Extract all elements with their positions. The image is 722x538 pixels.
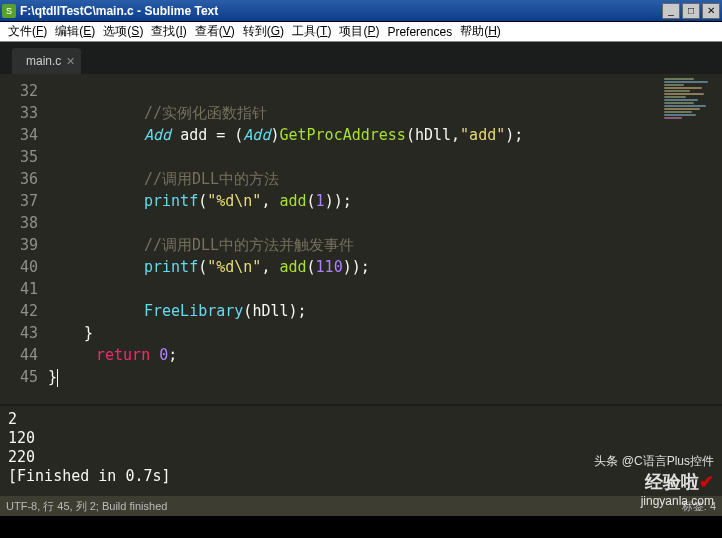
menubar: 文件(F) 编辑(E) 选项(S) 查找(I) 查看(V) 转到(G) 工具(T… — [0, 22, 722, 42]
output-line: 2 — [8, 410, 714, 429]
close-icon[interactable]: ✕ — [66, 55, 75, 68]
code-line: //调用DLL中的方法并触发事件 — [48, 234, 662, 256]
code-line: FreeLibrary(hDll); — [48, 300, 662, 322]
code-line: //实例化函数指针 — [48, 102, 662, 124]
menu-help[interactable]: 帮助(H) — [456, 21, 505, 42]
tab-main-c[interactable]: main.c ✕ — [12, 48, 81, 74]
menu-view[interactable]: 查看(V) — [191, 21, 239, 42]
text-cursor — [57, 369, 58, 387]
code-line — [48, 80, 662, 102]
status-left: UTF-8, 行 45, 列 2; Build finished — [6, 499, 167, 514]
tab-label: main.c — [26, 54, 61, 68]
window-buttons: _ □ ✕ — [660, 3, 720, 19]
code-line — [48, 212, 662, 234]
code-line — [48, 146, 662, 168]
output-line: 120 — [8, 429, 714, 448]
gutter: 3233343536373839404142434445 — [0, 74, 48, 404]
menu-find[interactable]: 查找(I) — [147, 21, 190, 42]
code-line: Add add = (Add)GetProcAddress(hDll,"add"… — [48, 124, 662, 146]
menu-project[interactable]: 项目(P) — [335, 21, 383, 42]
menu-goto[interactable]: 转到(G) — [239, 21, 288, 42]
menu-tools[interactable]: 工具(T) — [288, 21, 335, 42]
menu-edit[interactable]: 编辑(E) — [51, 21, 99, 42]
titlebar: S F:\qtdllTestC\main.c - Sublime Text _ … — [0, 0, 722, 22]
code-line: return 0; — [48, 344, 662, 366]
minimize-button[interactable]: _ — [662, 3, 680, 19]
code-line — [48, 278, 662, 300]
editor: 3233343536373839404142434445 //实例化函数指针 A… — [0, 74, 722, 404]
tabbar: main.c ✕ — [0, 42, 722, 74]
menu-preferences[interactable]: Preferences — [383, 23, 456, 41]
code-line: printf("%d\n", add(110)); — [48, 256, 662, 278]
code-line: } — [48, 366, 662, 388]
code-line: } — [48, 322, 662, 344]
maximize-button[interactable]: □ — [682, 3, 700, 19]
code-line: printf("%d\n", add(1)); — [48, 190, 662, 212]
app-icon: S — [2, 4, 16, 18]
code-line: //调用DLL中的方法 — [48, 168, 662, 190]
window-title: F:\qtdllTestC\main.c - Sublime Text — [20, 4, 660, 18]
code-area[interactable]: //实例化函数指针 Add add = (Add)GetProcAddress(… — [48, 74, 662, 404]
minimap[interactable] — [662, 74, 722, 404]
watermark: 头条 @C语言Plus控件 经验啦✔ jingyanla.com — [594, 453, 714, 508]
close-button[interactable]: ✕ — [702, 3, 720, 19]
menu-file[interactable]: 文件(F) — [4, 21, 51, 42]
menu-selection[interactable]: 选项(S) — [99, 21, 147, 42]
